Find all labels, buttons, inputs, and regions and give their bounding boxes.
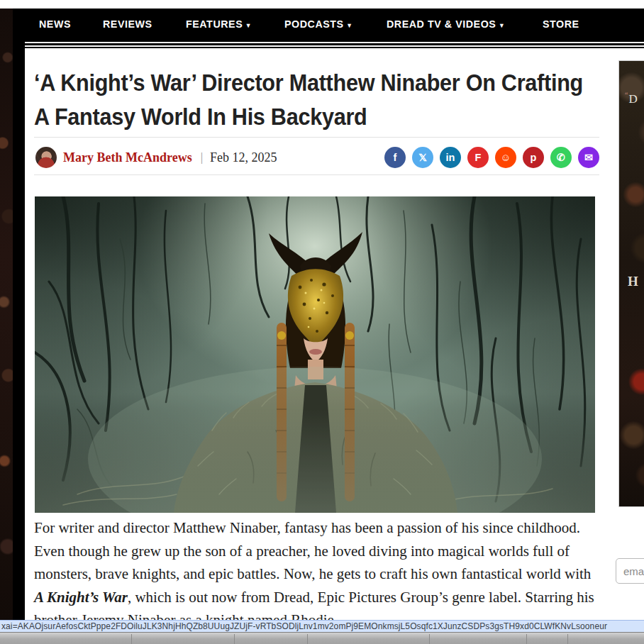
- chevron-down-icon: ▾: [348, 21, 352, 29]
- nav-item-label: STORE: [543, 18, 579, 30]
- share-icon: ✉: [584, 152, 593, 163]
- nav-item-store[interactable]: STORE: [543, 18, 579, 30]
- nav-item-label: PODCASTS: [284, 18, 344, 30]
- byline-separator: |: [201, 150, 203, 165]
- share-icon: ✆: [557, 152, 565, 163]
- share-button-pinterest[interactable]: p: [523, 147, 544, 168]
- chevron-down-icon: ▾: [246, 21, 250, 29]
- nav-item-reviews[interactable]: REVIEWS: [103, 18, 152, 30]
- chevron-down-icon: ▾: [500, 21, 504, 29]
- divider: [34, 137, 599, 138]
- page-title-line2: A Fantasy World In His Backyard: [34, 99, 644, 133]
- share-button-facebook[interactable]: f: [384, 147, 406, 168]
- newsletter-email-input[interactable]: [616, 558, 644, 584]
- main-navigation: NEWS REVIEWS FEATURES ▾ PODCASTS ▾: [13, 9, 644, 48]
- share-icon: F: [475, 152, 482, 163]
- share-button-row: f 𝕏 in F ☺: [384, 147, 599, 168]
- browser-status-bar: xai=AKAOjsurAefosCktPppe2FDOiluJLK3NhjHh…: [0, 620, 644, 632]
- article-body: For writer and director Matthew Ninaber,…: [34, 516, 598, 620]
- share-icon: in: [446, 152, 455, 163]
- status-bar-url: xai=AKAOjsurAefosCktPppe2FDOiluJLK3NhjHh…: [0, 621, 607, 631]
- poster-quote-text: “D: [625, 91, 638, 106]
- article-hero-image: [35, 196, 595, 513]
- nav-item-podcasts[interactable]: PODCASTS ▾: [284, 18, 351, 30]
- divider: [34, 174, 599, 175]
- nav-item-news[interactable]: NEWS: [39, 18, 71, 30]
- nav-item-label: FEATURES: [186, 18, 243, 30]
- share-button-reddit[interactable]: ☺: [495, 147, 516, 168]
- nav-item-dread-tv-videos[interactable]: DREAD TV & VIDEOS ▾: [387, 18, 504, 30]
- share-button-email[interactable]: ✉: [578, 147, 599, 168]
- share-button-linkedin[interactable]: in: [440, 147, 461, 168]
- share-icon: f: [394, 152, 397, 163]
- nav-bottom-double-rule: [25, 42, 644, 47]
- author-link[interactable]: Mary Beth McAndrews: [63, 150, 192, 165]
- nav-item-label: REVIEWS: [103, 18, 152, 30]
- nav-item-label: DREAD TV & VIDEOS: [387, 18, 496, 30]
- quote-mark: “: [625, 91, 628, 99]
- share-button-whatsapp[interactable]: ✆: [550, 147, 572, 168]
- site-background-art: [0, 9, 13, 620]
- share-icon: ☺: [501, 152, 511, 163]
- poster-letter-top: D: [628, 92, 637, 106]
- page-title: ‘A Knight’s War’ Director Matthew Ninabe…: [34, 65, 644, 133]
- top-white-strip: [0, 0, 644, 9]
- page-left-border: [13, 48, 25, 620]
- poster-letter-mid: H: [628, 274, 638, 289]
- hero-forest-scene: [35, 196, 595, 513]
- browser-viewport: NEWS REVIEWS FEATURES ▾ PODCASTS ▾: [0, 0, 644, 644]
- strip-divider: [567, 634, 568, 644]
- nav-item-features[interactable]: FEATURES ▾: [186, 18, 250, 30]
- strip-divider: [234, 634, 235, 644]
- article-body-text: For writer and director Matthew Ninaber,…: [34, 519, 591, 582]
- article-body-movie-title: A Knight’s War: [34, 589, 128, 606]
- publish-date: Feb 12, 2025: [210, 150, 277, 165]
- strip-divider: [131, 634, 132, 644]
- author-avatar[interactable]: [35, 147, 57, 168]
- article-page: ‘A Knight’s War’ Director Matthew Ninabe…: [25, 48, 644, 620]
- byline-row: Mary Beth McAndrews | Feb 12, 2025 f 𝕏 i…: [34, 141, 599, 174]
- nav-item-list: NEWS REVIEWS FEATURES ▾ PODCASTS ▾: [39, 9, 583, 40]
- page-title-line1: ‘A Knight’s War’ Director Matthew Ninabe…: [34, 65, 644, 99]
- background-window-strip: [0, 632, 644, 644]
- share-icon: p: [531, 152, 537, 163]
- strip-divider: [429, 634, 430, 644]
- sidebar-movie-poster[interactable]: “D H: [618, 60, 644, 507]
- strip-divider: [526, 634, 527, 644]
- nav-item-label: NEWS: [39, 18, 71, 30]
- share-button-flipboard[interactable]: F: [467, 147, 489, 168]
- share-button-x-twitter[interactable]: 𝕏: [412, 147, 433, 168]
- share-icon: 𝕏: [418, 152, 427, 163]
- strip-divider: [307, 634, 308, 644]
